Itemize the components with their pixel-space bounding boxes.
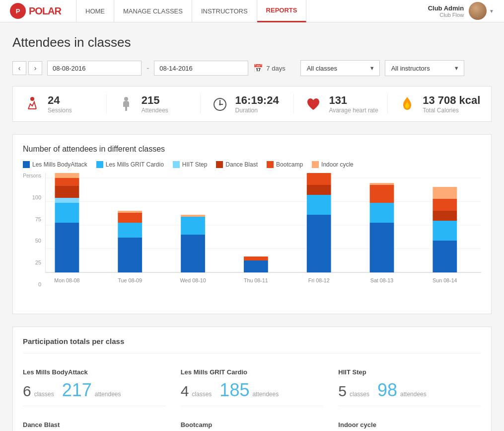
chart-section: Number of attendees in different classes… [12, 134, 492, 314]
svg-rect-41 [432, 221, 457, 241]
hiit-classes-label: classes [350, 391, 369, 398]
stat-sessions: 24 Sessions [23, 94, 106, 114]
stat-duration-label: Duration [235, 107, 279, 114]
dance-name: Dance Blast [23, 421, 166, 429]
date-to-input[interactable] [154, 61, 248, 76]
instructors-filter-select[interactable]: All instructors [385, 60, 464, 76]
stat-calories-info: 13 708 kcal Total Calories [423, 94, 480, 114]
avatar [469, 2, 487, 20]
participation-title: Participation totals per class [23, 337, 481, 353]
participation-bodyattack: Les Mills BodyAttack 6 classes 217 atten… [23, 363, 166, 406]
svg-rect-24 [118, 223, 142, 238]
svg-rect-44 [432, 187, 457, 199]
svg-rect-27 [181, 235, 205, 272]
navbar: P POLAR HOME MANAGE CLASSES INSTRUCTORS … [0, 0, 504, 22]
avatar-image [469, 2, 487, 20]
svg-rect-28 [181, 217, 205, 235]
nav-instructors[interactable]: INSTRUCTORS [192, 0, 257, 22]
duration-icon [211, 94, 229, 113]
svg-rect-26 [118, 211, 142, 213]
hiit-attendees: 98 [377, 380, 397, 401]
stat-heartrate-info: 131 Avarage heart rate [329, 94, 378, 114]
date-next-button[interactable]: › [28, 61, 42, 75]
svg-text:Wed 08-10: Wed 08-10 [180, 277, 206, 283]
date-from-input[interactable] [47, 61, 142, 76]
page-title: Attendees in classes [12, 35, 492, 50]
hiit-stats: 5 classes 98 attendees [338, 380, 481, 401]
svg-rect-29 [181, 215, 205, 217]
svg-rect-35 [307, 173, 331, 185]
participation-dance: Dance Blast 3 classes 44 attendees [23, 416, 166, 431]
grit-attendees: 185 [219, 380, 249, 401]
hiit-attendees-label: attendees [400, 391, 427, 398]
date-prev-button[interactable]: ‹ [12, 61, 26, 75]
user-menu[interactable]: Club Admin Club Flow ▼ [428, 2, 494, 20]
y-label-25: 25 [23, 259, 41, 265]
stat-attendees-value: 215 [142, 94, 168, 107]
legend-grit-label: Les Mills GRIT Cardio [106, 161, 164, 168]
svg-rect-37 [370, 203, 394, 223]
svg-rect-20 [55, 186, 79, 198]
svg-rect-30 [244, 260, 268, 272]
stat-attendees-label: Attendees [142, 107, 168, 114]
classes-filter-wrapper: All classes ▼ [300, 60, 380, 76]
date-range: 📅 7 days [253, 64, 285, 73]
user-name: Club Admin [428, 4, 464, 12]
stat-calories-value: 13 708 kcal [423, 94, 480, 107]
attendees-icon [117, 94, 136, 113]
svg-rect-42 [432, 211, 457, 221]
svg-rect-33 [307, 195, 331, 215]
grit-attendees-label: attendees [252, 391, 279, 398]
chart-bars-area: Mon 08-08 Tue 08-09 Wed 08-10 Thu 08-11 … [45, 173, 481, 304]
nav-home[interactable]: HOME [76, 0, 114, 22]
svg-text:Sat 08-13: Sat 08-13 [370, 277, 394, 283]
classes-filter-select[interactable]: All classes [300, 60, 380, 76]
stat-heartrate-label: Avarage heart rate [329, 107, 378, 114]
participation-bootcamp: Bootcamp 4 classes 75 attendees [181, 416, 324, 431]
participation-section: Participation totals per class Les Mills… [12, 327, 492, 431]
svg-text:Fri 08-12: Fri 08-12 [308, 277, 330, 283]
main-content: Attendees in classes ‹ › - 📅 7 days All … [0, 22, 504, 431]
bodyattack-classes-label: classes [34, 391, 54, 398]
svg-text:P: P [16, 7, 20, 15]
polar-logo-icon: P [10, 3, 26, 19]
legend-hiit-label: HIIT Step [182, 161, 207, 168]
svg-rect-21 [55, 178, 79, 186]
days-label: 7 days [266, 65, 285, 72]
legend-hiit-step: HIIT Step [173, 161, 207, 168]
stat-duration-info: 16:19:24 Duration [235, 94, 279, 114]
svg-point-4 [124, 97, 128, 101]
participation-grid: Les Mills BodyAttack 6 classes 217 atten… [23, 363, 481, 431]
legend-bootcamp-color [267, 161, 274, 168]
user-menu-chevron-icon: ▼ [489, 8, 494, 14]
stat-heartrate: 131 Avarage heart rate [293, 94, 387, 114]
legend-grit-cardio: Les Mills GRIT Cardio [96, 161, 164, 168]
svg-rect-22 [55, 173, 79, 178]
bodyattack-attendees: 217 [62, 380, 92, 401]
stat-duration-value: 16:19:24 [235, 94, 279, 107]
stats-row: 24 Sessions 215 Attendees [12, 86, 492, 122]
stat-duration: 16:19:24 Duration [200, 94, 294, 114]
y-label-50: 50 [23, 238, 41, 244]
bodyattack-classes: 6 [23, 383, 31, 400]
nav-reports[interactable]: REPORTS [257, 0, 307, 22]
bodyattack-stats: 6 classes 217 attendees [23, 380, 166, 401]
stat-sessions-label: Sessions [48, 107, 72, 114]
legend-les-mills-bodyattack: Les Mills BodyAttack [23, 161, 87, 168]
nav-links: HOME MANAGE CLASSES INSTRUCTORS REPORTS [76, 0, 428, 22]
svg-rect-17 [55, 223, 79, 272]
legend-dance-color [216, 161, 223, 168]
bootcamp-name: Bootcamp [181, 421, 324, 429]
legend-bodyattack-color [23, 161, 30, 168]
legend-bootcamp-label: Bootcamp [276, 161, 303, 168]
svg-rect-36 [370, 223, 394, 272]
nav-manage-classes[interactable]: MANAGE CLASSES [114, 0, 192, 22]
grit-stats: 4 classes 185 attendees [181, 380, 324, 401]
hiit-name: HIIT Step [338, 368, 481, 376]
svg-point-9 [219, 103, 221, 105]
svg-rect-31 [244, 257, 268, 260]
legend-dance-label: Dance Blast [225, 161, 258, 168]
stat-attendees: 215 Attendees [106, 94, 200, 114]
grit-name: Les Mills GRIT Cardio [181, 368, 324, 376]
sessions-icon [23, 94, 42, 113]
